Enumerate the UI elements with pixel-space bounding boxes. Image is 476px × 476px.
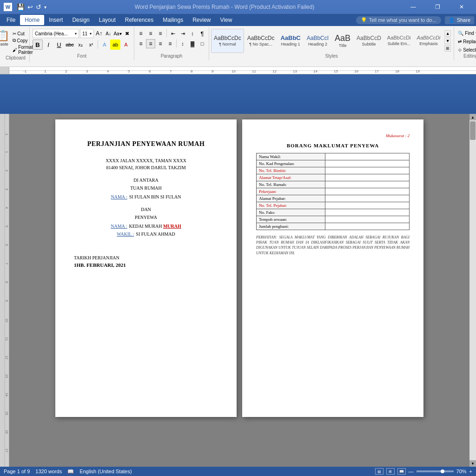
font-family-selector[interactable]: Cambria (Hea...▾ [33,29,79,38]
field-value-penghuni[interactable] [325,223,410,230]
redo-btn[interactable]: ↺ [36,3,41,11]
svg-text:4: 4 [5,207,8,209]
menu-review[interactable]: Review [188,15,215,25]
undo-btn[interactable]: ↩ [27,3,33,11]
select-btn[interactable]: ⊹Select ▾ [456,46,476,53]
change-case-btn[interactable]: Aa▾ [113,29,122,38]
styles-scroll-up[interactable]: ▲ [444,30,451,37]
customize-arrow[interactable]: ▾ [44,5,46,10]
find-btn[interactable]: 🔍Find ▾ [456,30,476,37]
bold-btn[interactable]: B [33,40,43,50]
increase-indent-btn[interactable]: ⇥ [178,29,187,38]
nama2-label: NAMA : [111,224,127,229]
style-normal[interactable]: AaBbCcDc ¶ Normal [211,29,244,53]
field-label-penghuni: Jumlah penghuni: [257,223,325,230]
share-btn[interactable]: 👤 Share [445,16,474,24]
justify-btn[interactable]: ≡ [165,39,175,48]
style-heading1[interactable]: AaBbC Heading 1 [278,29,303,53]
subscript-btn[interactable]: x₂ [75,40,86,50]
field-value-faks[interactable] [325,209,410,216]
bullets-btn[interactable]: ≡ [136,29,145,38]
style-subtitle[interactable]: AaBbCcD Subtitle [354,29,384,53]
menu-mailings[interactable]: Mailings [158,15,188,25]
field-value-alamat[interactable] [325,174,410,181]
superscript-btn[interactable]: x² [86,40,96,50]
field-label-tel-pejabat: No. Tel. Pejabat: [257,202,325,209]
nama2-value: KEDAI MURAH MURAH [129,224,181,229]
sort-btn[interactable]: ↕ [188,29,197,38]
menu-design[interactable]: Design [67,15,94,25]
font-color-btn[interactable]: A [121,40,131,50]
svg-text:17: 17 [375,69,379,73]
field-label-nama-wakil: Nama Wakil: [257,153,325,160]
text-effects-btn[interactable]: A [99,40,110,50]
svg-text:3: 3 [86,69,88,73]
print-layout-btn[interactable]: ▤ [375,468,383,475]
menu-layout[interactable]: Layout [94,15,120,25]
save-btn[interactable]: 💾 [17,3,25,11]
style-no-spacing[interactable]: AaBbCcDc ¶ No Spac... [245,29,278,53]
menu-insert[interactable]: Insert [44,15,67,25]
field-value-tempoh[interactable] [325,216,410,223]
highlight-btn[interactable]: ab [110,40,120,50]
paste-btn[interactable]: 📋 Paste [0,29,10,47]
multilevel-btn[interactable]: ≡ [156,29,165,38]
borders-btn[interactable]: □ [198,39,207,48]
zoom-slider[interactable] [416,470,454,472]
minimize-btn[interactable]: — [403,0,424,14]
field-value-pekerjaan[interactable] [325,188,410,195]
styles-label: Styles [211,53,452,60]
page-count: Page 1 of 9 [4,469,30,474]
restore-btn[interactable]: ❐ [427,0,448,14]
field-value-kad[interactable] [325,160,410,167]
font-size-selector[interactable]: 11▾ [80,29,94,38]
style-title[interactable]: AaB Title [332,29,353,53]
strikethrough-btn[interactable]: abc [65,40,75,50]
show-marks-btn[interactable]: ¶ [198,29,207,38]
style-subtle-em[interactable]: AaBbCcDi Subtle Em... [384,29,414,53]
font-shrink-btn[interactable]: A↓ [104,29,112,38]
vertical-scrollbar[interactable]: ▲ ▼ [469,114,476,467]
field-value-nama-wakil[interactable] [325,153,410,160]
replace-btn[interactable]: ⇄Replace [456,38,476,45]
close-btn[interactable]: ✕ [451,0,472,14]
doc-address1: XXXX JALAN XXXXX, TAMAN XXXX [74,158,218,163]
styles-scroll-down[interactable]: ▼ [444,38,451,44]
editing-label: Editing [456,53,476,60]
decrease-indent-btn[interactable]: ⇤ [168,29,178,38]
field-label-pekerjaan: Pekerjaan: [257,188,325,195]
font-grow-btn[interactable]: A↑ [95,29,103,38]
underline-btn[interactable]: U [54,40,64,50]
line-spacing-btn[interactable]: ↕ [178,39,187,48]
field-value-tel-pejabat[interactable] [325,202,410,209]
styles-expand[interactable]: ⊞ [444,45,451,52]
table-row: No. Tel. Rumah: [257,181,410,188]
read-mode-btn[interactable]: 📖 [397,468,406,475]
field-value-tel-bimbit[interactable] [325,167,410,174]
shading-btn[interactable]: ▓ [188,39,197,48]
field-label-alamat: Alamat Tetap/Asal: [257,174,325,181]
field-value-tel-rumah[interactable] [325,181,410,188]
menu-home[interactable]: Home [20,15,44,25]
svg-text:10: 10 [5,318,8,322]
form-table: Nama Wakil: No. Kad Pengenalan: No. Tel.… [256,153,410,230]
style-heading2[interactable]: AaBbCcI Heading 2 [304,29,331,53]
clear-format-btn[interactable]: ✖ [123,29,131,38]
table-row: Pekerjaan: [257,188,410,195]
italic-btn[interactable]: I [43,40,53,50]
numbering-btn[interactable]: ≡ [146,29,155,38]
menu-view[interactable]: View [216,15,237,25]
field-value-alamat-pejabat[interactable] [325,195,410,202]
menu-file[interactable]: File [2,15,20,25]
align-center-btn[interactable]: ≡ [146,39,155,48]
menu-references[interactable]: References [120,15,158,25]
style-emphasis[interactable]: AaBbCcDi Emphasis [414,29,443,53]
paragraph-label: Paragraph [136,53,207,60]
align-left-btn[interactable]: ≡ [136,39,145,48]
align-right-btn[interactable]: ≡ [156,39,165,48]
search-tell-me[interactable]: 💡 Tell me what you want to do... [356,16,441,24]
table-row: No. Kad Pengenalan: [257,160,410,167]
web-layout-btn[interactable]: ⊞ [386,468,395,475]
proofing-icon[interactable]: 📖 [67,469,74,475]
search-placeholder: Tell me what you want to do... [369,17,436,23]
